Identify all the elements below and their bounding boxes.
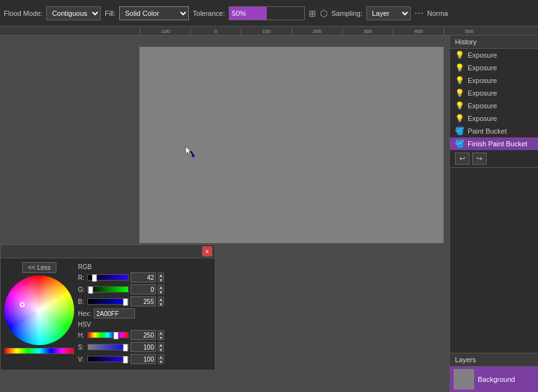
history-item-exposure-2[interactable]: 💡 Exposure (450, 61, 538, 74)
h-down-arrow[interactable]: ▼ (158, 335, 164, 340)
fill-dropdown[interactable]: Solid Color (119, 6, 189, 20)
b-slider[interactable] (87, 298, 129, 305)
exposure-icon: 💡 (455, 89, 464, 98)
s-down-arrow[interactable]: ▼ (158, 347, 164, 352)
g-up-arrow[interactable]: ▲ (158, 284, 164, 289)
toolbar: Flood Mode: Contiguous Fill: Solid Color… (0, 0, 538, 27)
exposure-icon: 💡 (455, 51, 464, 60)
color-picker-panel: × << Less RGB R: ▲ ▼ (0, 244, 215, 370)
exposure-icon: 💡 (455, 76, 464, 85)
history-item-label: Paint Bucket (468, 127, 507, 135)
paint-bucket-icon: 🪣 (455, 127, 464, 136)
h-input[interactable] (131, 330, 156, 340)
sampling-dropdown[interactable]: Layer (366, 6, 411, 20)
g-label: G: (78, 286, 86, 293)
v-down-arrow[interactable]: ▼ (158, 359, 164, 364)
hue-slider[interactable] (4, 348, 74, 354)
layer-thumbnail (454, 369, 474, 389)
redo-button[interactable]: ↪ (472, 153, 487, 165)
s-slider[interactable] (87, 344, 129, 350)
g-row: G: ▲ ▼ (78, 284, 211, 294)
exposure-icon: 💡 (455, 101, 464, 110)
undo-button[interactable]: ↩ (455, 153, 470, 165)
b-row: B: ▲ ▼ (78, 296, 211, 307)
r-slider[interactable] (87, 274, 129, 281)
g-input[interactable] (131, 284, 156, 294)
hsv-section-label: HSV (78, 321, 211, 328)
v-input[interactable] (131, 354, 156, 364)
exposure-icon: 💡 (455, 63, 464, 72)
paint-bucket-cursor (181, 145, 196, 160)
svg-point-2 (192, 155, 195, 157)
history-title: History (450, 35, 538, 49)
history-item-label: Exposure (468, 89, 497, 97)
r-down-arrow[interactable]: ▼ (158, 277, 164, 282)
hex-label: Hex: (78, 310, 92, 317)
h-up-arrow[interactable]: ▲ (158, 330, 164, 335)
g-down-arrow[interactable]: ▼ (158, 289, 164, 294)
s-up-arrow[interactable]: ▲ (158, 342, 164, 347)
s-spin-arrows: ▲ ▼ (158, 342, 164, 352)
b-label: B: (78, 298, 86, 305)
b-down-arrow[interactable]: ▼ (158, 301, 164, 307)
r-input[interactable] (131, 272, 156, 282)
s-row: S: ▲ ▼ (78, 342, 211, 352)
layers-panel: Layers Background (450, 353, 538, 392)
history-panel: History 💡 Exposure 💡 Exposure 💡 Exposure… (450, 35, 538, 168)
color-wheel-dot[interactable] (20, 302, 25, 307)
tolerance-label: Tolerance: (193, 9, 225, 17)
color-wheel-area: << Less (4, 262, 74, 366)
canvas-document[interactable] (139, 47, 444, 243)
s-label: S: (78, 344, 86, 351)
history-item-exposure-3[interactable]: 💡 Exposure (450, 74, 538, 87)
v-label: V: (78, 356, 86, 363)
tolerance-bar[interactable]: 50% (229, 6, 305, 20)
layer-item-background[interactable]: Background (450, 367, 538, 392)
layers-title: Layers (450, 353, 538, 367)
rgb-section-label: RGB (78, 263, 211, 270)
h-row: H: ▲ ▼ (78, 330, 211, 340)
fill-label: Fill: (105, 9, 115, 17)
layer-name: Background (478, 376, 515, 383)
ruler-horizontal: -100 0 100 200 300 400 500 (0, 27, 538, 35)
history-item-exposure-4[interactable]: 💡 Exposure (450, 87, 538, 99)
svg-marker-0 (186, 146, 191, 155)
hex-input[interactable] (94, 308, 135, 319)
history-item-finish-paint-bucket[interactable]: 🪣 Finish Paint Bucket (450, 137, 538, 150)
g-spin-arrows: ▲ ▼ (158, 284, 164, 294)
ruler-mark: 0 (190, 28, 241, 35)
icon-normal: Norma (427, 9, 448, 17)
color-panel-close-button[interactable]: × (202, 246, 212, 256)
v-up-arrow[interactable]: ▲ (158, 354, 164, 359)
history-item-exposure-1[interactable]: 💡 Exposure (450, 49, 538, 61)
history-item-exposure-6[interactable]: 💡 Exposure (450, 112, 538, 125)
s-input[interactable] (131, 342, 156, 352)
history-item-label: Exposure (468, 102, 497, 110)
ruler-mark: -100 (139, 28, 190, 35)
color-panel-header: × (1, 245, 215, 258)
color-panel-body: << Less RGB R: ▲ ▼ G: (1, 258, 215, 370)
icon-grid: ⊞ (309, 8, 316, 18)
history-item-paint-bucket[interactable]: 🪣 Paint Bucket (450, 125, 538, 137)
history-item-label: Finish Paint Bucket (468, 140, 527, 148)
h-slider[interactable] (87, 332, 129, 338)
b-up-arrow[interactable]: ▲ (158, 296, 164, 301)
ruler-mark: 500 (444, 28, 494, 35)
ruler-mark: 200 (291, 28, 342, 35)
v-slider[interactable] (87, 356, 129, 362)
icon-dots: ⋯ (414, 8, 423, 18)
flood-mode-dropdown[interactable]: Contiguous (46, 6, 101, 20)
sampling-label: Sampling: (331, 9, 362, 17)
r-row: R: ▲ ▼ (78, 272, 211, 282)
color-wheel[interactable] (4, 275, 74, 345)
r-up-arrow[interactable]: ▲ (158, 272, 164, 277)
ruler-mark: 400 (393, 28, 444, 35)
right-panel: History 💡 Exposure 💡 Exposure 💡 Exposure… (449, 35, 538, 392)
paint-bucket-icon: 🪣 (455, 139, 464, 148)
history-item-label: Exposure (468, 64, 497, 72)
less-button[interactable]: << Less (22, 262, 56, 273)
g-slider[interactable] (87, 286, 129, 293)
v-row: V: ▲ ▼ (78, 354, 211, 364)
history-item-exposure-5[interactable]: 💡 Exposure (450, 99, 538, 112)
b-input[interactable] (131, 296, 156, 307)
